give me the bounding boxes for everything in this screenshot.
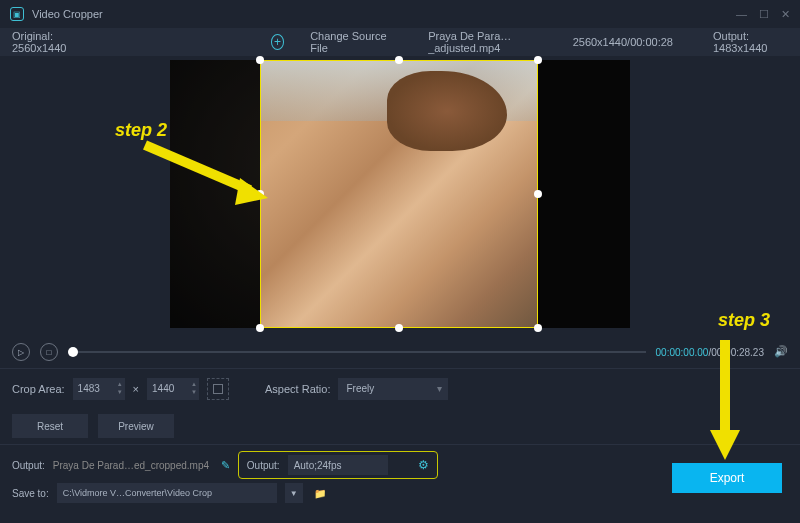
play-button[interactable]: ▷ bbox=[12, 343, 30, 361]
maximize-icon[interactable]: ☐ bbox=[759, 8, 769, 21]
preview-button[interactable]: Preview bbox=[98, 414, 174, 438]
preview-area bbox=[0, 56, 800, 336]
edit-filename-icon[interactable]: ✎ bbox=[221, 459, 230, 472]
titlebar: ▣ Video Cropper — ☐ ✕ bbox=[0, 0, 800, 28]
minimize-icon[interactable]: — bbox=[736, 8, 747, 21]
output-dimensions: Output: 1483x1440 bbox=[713, 30, 788, 54]
stop-button[interactable]: □ bbox=[40, 343, 58, 361]
gear-icon[interactable]: ⚙ bbox=[418, 458, 429, 472]
crop-settings-row: Crop Area: 1483▲▼ × 1440▲▼ Aspect Ratio:… bbox=[0, 368, 800, 408]
close-icon[interactable]: ✕ bbox=[781, 8, 790, 21]
window-controls: — ☐ ✕ bbox=[736, 8, 790, 21]
original-dimensions: Original: 2560x1440 bbox=[12, 30, 91, 54]
save-to-label: Save to: bbox=[12, 488, 49, 499]
crop-handle[interactable] bbox=[395, 56, 403, 64]
crop-handle[interactable] bbox=[534, 190, 542, 198]
browse-folder-icon[interactable]: 📁 bbox=[311, 483, 329, 503]
arrow-icon bbox=[140, 140, 270, 210]
crop-handle[interactable] bbox=[534, 324, 542, 332]
reset-button[interactable]: Reset bbox=[12, 414, 88, 438]
crop-handle[interactable] bbox=[534, 56, 542, 64]
add-file-icon[interactable]: + bbox=[271, 34, 284, 50]
export-button[interactable]: Export bbox=[672, 463, 782, 493]
svg-marker-1 bbox=[710, 430, 740, 460]
crop-handle[interactable] bbox=[395, 324, 403, 332]
transport-bar: ▷ □ 00:00:00.00/00:00:28.23 🔊 bbox=[0, 336, 800, 368]
crop-width-input[interactable]: 1483▲▼ bbox=[73, 378, 125, 400]
crop-height-input[interactable]: 1440▲▼ bbox=[147, 378, 199, 400]
output-format-value[interactable]: Auto;24fps bbox=[288, 455, 388, 475]
center-crop-button[interactable] bbox=[207, 378, 229, 400]
progress-slider[interactable] bbox=[68, 351, 646, 353]
crop-handle[interactable] bbox=[256, 324, 264, 332]
annotation-step3: step 3 bbox=[718, 310, 770, 331]
crop-handle[interactable] bbox=[256, 56, 264, 64]
app-title: Video Cropper bbox=[32, 8, 103, 20]
aspect-ratio-label: Aspect Ratio: bbox=[265, 383, 330, 395]
output-format-box: Output: Auto;24fps ⚙ bbox=[238, 451, 438, 479]
app-logo-icon: ▣ bbox=[10, 7, 24, 21]
save-path-field[interactable]: C:\Vidmore V…Converter\Video Crop bbox=[57, 483, 277, 503]
svg-marker-0 bbox=[235, 178, 268, 205]
change-source-button[interactable]: Change Source File bbox=[310, 30, 388, 54]
annotation-step2: step 2 bbox=[115, 120, 167, 141]
output-filename: Praya De Parad…ed_cropped.mp4 bbox=[53, 460, 213, 471]
output-filename-label: Output: bbox=[12, 460, 45, 471]
times-label: × bbox=[133, 383, 139, 395]
current-time: 00:00:00.00 bbox=[656, 347, 709, 358]
output-format-label: Output: bbox=[247, 460, 280, 471]
crop-area-label: Crop Area: bbox=[12, 383, 65, 395]
source-resolution-duration: 2560x1440/00:00:28 bbox=[573, 36, 673, 48]
crop-region[interactable] bbox=[260, 60, 538, 328]
arrow-icon bbox=[705, 335, 745, 465]
info-bar: Original: 2560x1440 + Change Source File… bbox=[0, 28, 800, 56]
current-filename: Praya De Para…_adjusted.mp4 bbox=[428, 30, 553, 54]
aspect-ratio-select[interactable]: Freely bbox=[338, 378, 448, 400]
path-dropdown-icon[interactable]: ▼ bbox=[285, 483, 303, 503]
volume-icon[interactable]: 🔊 bbox=[774, 345, 788, 359]
action-buttons-row: Reset Preview bbox=[0, 408, 800, 444]
